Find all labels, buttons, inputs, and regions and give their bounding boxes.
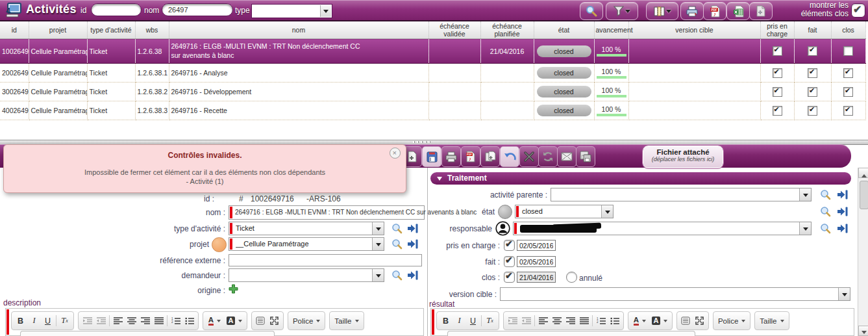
table-row[interactable]: 2002649716 Cellule Paramétrage Ticket 1.… xyxy=(0,64,865,83)
chevron-down-icon[interactable] xyxy=(372,269,384,281)
col-header-nom[interactable]: nom xyxy=(169,21,428,39)
chevron-down-icon[interactable] xyxy=(372,222,384,235)
bullet-list-icon[interactable] xyxy=(608,314,621,328)
search-id-input[interactable] xyxy=(91,3,142,16)
activite-parente-select[interactable] xyxy=(551,188,812,201)
show-closed-checkbox[interactable] xyxy=(851,3,865,18)
numbered-list-icon[interactable]: 12 xyxy=(594,314,608,328)
align-center-icon[interactable] xyxy=(550,314,564,328)
align-right-icon[interactable] xyxy=(564,314,577,328)
col-header-etat[interactable]: état xyxy=(534,21,594,39)
print-button[interactable] xyxy=(680,2,704,20)
scroll-down-icon[interactable] xyxy=(858,326,868,336)
font-family-button[interactable]: Police xyxy=(290,317,323,325)
italic-button[interactable]: I xyxy=(27,314,41,328)
fait-checkbox[interactable] xyxy=(808,68,817,78)
underline-button[interactable]: U xyxy=(466,314,480,328)
pris-checkbox[interactable] xyxy=(773,46,782,56)
resultat-editor[interactable]: B I U Tx 12 A A xyxy=(430,308,854,336)
close-icon[interactable] xyxy=(390,148,401,159)
chevron-down-icon[interactable] xyxy=(838,288,850,300)
demandeur-select[interactable] xyxy=(229,268,384,282)
lookup-icon[interactable] xyxy=(820,206,831,217)
table-row[interactable]: 4002649716 Cellule Paramétrage Ticket 1.… xyxy=(0,101,865,120)
col-header-version-cible[interactable]: version cible xyxy=(628,21,760,39)
underline-button[interactable]: U xyxy=(41,314,55,328)
fait-checkbox[interactable] xyxy=(808,106,817,116)
section-traitement-header[interactable]: Traitement xyxy=(430,172,851,185)
undo-button[interactable] xyxy=(500,146,519,167)
chevron-down-icon[interactable] xyxy=(799,222,811,235)
table-row[interactable]: 1002649716 Cellule Paramétrage Ticket 1.… xyxy=(0,39,865,64)
font-family-button[interactable]: Police xyxy=(715,317,748,325)
italic-button[interactable]: I xyxy=(453,314,466,328)
pris-checkbox[interactable] xyxy=(773,87,782,97)
align-right-icon[interactable] xyxy=(138,314,152,328)
clos-checkbox[interactable] xyxy=(843,68,853,78)
col-header-wbs[interactable]: wbs xyxy=(135,21,169,39)
clos-checkbox[interactable] xyxy=(843,106,853,116)
description-editor[interactable]: B I U Tx 12 A A xyxy=(5,308,424,336)
responsable-select[interactable] xyxy=(513,222,812,235)
export-excel-button[interactable] xyxy=(726,2,750,20)
export-pdf-button[interactable]: PDF xyxy=(461,146,480,167)
clos-checkbox[interactable] xyxy=(843,46,853,56)
scroll-up-icon[interactable] xyxy=(858,168,868,178)
copy-button[interactable] xyxy=(480,146,500,167)
pris-checkbox[interactable] xyxy=(773,106,782,116)
remove-format-button[interactable]: Tx xyxy=(483,314,497,328)
vertical-scrollbar[interactable] xyxy=(858,168,868,336)
maximize-icon[interactable] xyxy=(267,314,281,328)
fait-date[interactable] xyxy=(517,256,556,267)
bold-button[interactable]: B xyxy=(439,314,453,328)
align-center-icon[interactable] xyxy=(125,314,138,328)
bold-button[interactable]: B xyxy=(14,314,27,328)
etat-select[interactable]: closed xyxy=(515,205,614,218)
search-type-select[interactable] xyxy=(251,4,332,18)
col-header-type[interactable]: type d'activité xyxy=(87,21,135,39)
chevron-down-icon[interactable] xyxy=(372,238,384,250)
col-header-echeance-validee[interactable]: échéance validée xyxy=(428,21,480,39)
lookup-icon[interactable] xyxy=(820,189,831,200)
fait-checkbox[interactable] xyxy=(504,256,515,267)
delete-button[interactable] xyxy=(519,146,539,167)
pris-checkbox[interactable] xyxy=(773,68,782,78)
chevron-down-icon[interactable] xyxy=(601,205,613,218)
templates-icon[interactable] xyxy=(679,314,693,328)
align-left-icon[interactable] xyxy=(536,314,550,328)
attach-file-button[interactable]: Fichier attaché (déplacer les fichiers i… xyxy=(643,146,723,168)
text-color-button[interactable]: A xyxy=(205,314,224,328)
chevron-down-icon[interactable] xyxy=(799,188,811,201)
export-pdf-button[interactable]: PDF xyxy=(703,2,726,20)
pris-en-charge-checkbox[interactable] xyxy=(504,240,515,251)
clos-checkbox[interactable] xyxy=(504,272,515,283)
align-justify-icon[interactable] xyxy=(577,314,591,328)
text-color-button[interactable]: A xyxy=(630,314,649,328)
fait-checkbox[interactable] xyxy=(808,46,817,56)
lookup-icon[interactable] xyxy=(820,223,831,234)
indent-icon[interactable] xyxy=(81,314,94,328)
remove-format-button[interactable]: Tx xyxy=(58,314,71,328)
bullet-list-icon[interactable] xyxy=(182,314,196,328)
col-header-id[interactable]: id xyxy=(0,21,29,39)
annule-checkbox[interactable] xyxy=(566,272,577,283)
col-header-echeance-planifiee[interactable]: échéance planifiée xyxy=(480,21,534,39)
export-save-button[interactable] xyxy=(576,146,595,167)
goto-icon[interactable] xyxy=(837,206,848,217)
clos-checkbox[interactable] xyxy=(843,87,853,97)
indent-icon[interactable] xyxy=(506,314,519,328)
font-size-button[interactable]: Taille xyxy=(332,317,361,325)
print-button[interactable] xyxy=(441,146,461,167)
chevron-down-icon[interactable] xyxy=(320,5,331,17)
font-size-button[interactable]: Taille xyxy=(757,317,786,325)
align-justify-icon[interactable] xyxy=(152,314,166,328)
scrollbar-thumb[interactable] xyxy=(860,181,868,209)
col-header-clos[interactable]: clos xyxy=(831,21,865,39)
col-header-projet[interactable]: projet xyxy=(29,21,87,39)
align-left-icon[interactable] xyxy=(111,314,125,328)
type-select[interactable]: Ticket xyxy=(229,222,384,235)
version-cible-select[interactable] xyxy=(500,287,850,301)
table-row[interactable]: 3002649716 Cellule Paramétrage Ticket 1.… xyxy=(0,83,865,101)
col-header-pris-en-charge[interactable]: pris en charge xyxy=(760,21,794,39)
templates-icon[interactable] xyxy=(254,314,267,328)
